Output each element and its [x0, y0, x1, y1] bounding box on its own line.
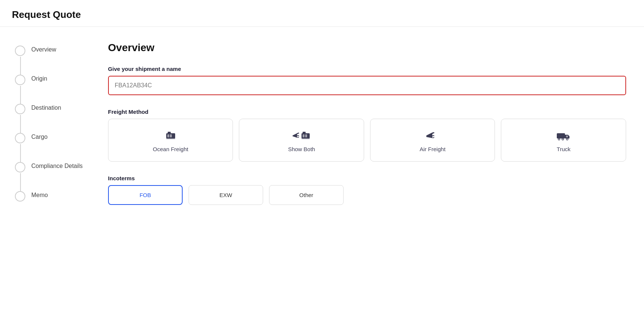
step-memo[interactable]: Memo: [15, 190, 83, 202]
freight-method-label: Freight Method: [108, 109, 626, 115]
svg-point-13: [559, 139, 560, 140]
freight-card-label-truck: Truck: [557, 146, 571, 152]
svg-rect-11: [566, 135, 568, 137]
step-circle-destination: [15, 104, 25, 114]
air-freight-icon: [426, 130, 440, 141]
step-overview[interactable]: Overview: [15, 45, 83, 74]
step-circle-overview: [15, 46, 25, 56]
incoterm-other[interactable]: Other: [269, 185, 344, 205]
incoterm-exw-label: EXW: [220, 192, 232, 198]
step-label-compliance: Compliance Details: [31, 161, 83, 170]
svg-point-17: [567, 139, 568, 140]
ocean-freight-icon: [164, 130, 177, 141]
shipment-name-input[interactable]: [108, 76, 626, 95]
svg-rect-6: [303, 134, 304, 137]
step-label-overview: Overview: [31, 45, 56, 54]
page-title: Request Quote: [12, 9, 632, 21]
truck-icon: [556, 130, 571, 141]
svg-rect-8: [303, 132, 306, 134]
svg-rect-3: [168, 132, 171, 134]
shipment-name-label: Give your shipment a name: [108, 66, 626, 72]
svg-point-15: [562, 139, 564, 140]
overview-section-title: Overview: [108, 42, 626, 54]
incoterms-cards: FOB EXW Other: [108, 185, 626, 205]
svg-rect-10: [557, 133, 565, 138]
step-label-memo: Memo: [31, 190, 48, 199]
freight-card-truck[interactable]: Truck: [501, 119, 626, 162]
step-circle-origin: [15, 75, 25, 85]
incoterm-exw[interactable]: EXW: [189, 185, 263, 205]
freight-method-group: Freight Method Ocean Freig: [108, 109, 626, 162]
freight-card-air[interactable]: Air Freight: [370, 119, 495, 162]
freight-card-label-show-both: Show Both: [288, 146, 315, 152]
incoterms-group: Incoterms FOB EXW Other: [108, 175, 626, 205]
freight-card-label-air: Air Freight: [420, 146, 445, 152]
stepper: Overview Origin Destination Cargo Compli…: [0, 27, 90, 233]
step-compliance-details[interactable]: Compliance Details: [15, 161, 83, 190]
step-label-destination: Destination: [31, 103, 61, 112]
incoterm-fob-label: FOB: [139, 192, 151, 198]
svg-rect-1: [167, 134, 169, 137]
svg-rect-9: [302, 138, 310, 139]
step-circle-memo: [15, 191, 25, 202]
incoterm-fob[interactable]: FOB: [108, 185, 183, 205]
step-circle-compliance: [15, 162, 25, 172]
freight-cards: Ocean Freight: [108, 119, 626, 162]
svg-rect-4: [166, 138, 175, 139]
page-header: Request Quote: [0, 0, 644, 27]
svg-rect-2: [170, 134, 172, 137]
main-content: Overview Give your shipment a name Freig…: [90, 27, 644, 233]
step-label-cargo: Cargo: [31, 132, 48, 141]
show-both-icon: [292, 130, 311, 141]
freight-card-label-ocean: Ocean Freight: [153, 146, 188, 152]
svg-rect-7: [305, 134, 307, 137]
incoterms-label: Incoterms: [108, 175, 626, 181]
freight-card-show-both[interactable]: Show Both: [239, 119, 364, 162]
page-body: Overview Origin Destination Cargo Compli…: [0, 27, 644, 233]
freight-card-ocean[interactable]: Ocean Freight: [108, 119, 233, 162]
incoterm-other-label: Other: [299, 192, 313, 198]
step-label-origin: Origin: [31, 74, 47, 83]
step-origin[interactable]: Origin: [15, 74, 83, 103]
shipment-name-group: Give your shipment a name: [108, 66, 626, 95]
step-circle-cargo: [15, 133, 25, 143]
step-destination[interactable]: Destination: [15, 103, 83, 132]
step-cargo[interactable]: Cargo: [15, 132, 83, 161]
